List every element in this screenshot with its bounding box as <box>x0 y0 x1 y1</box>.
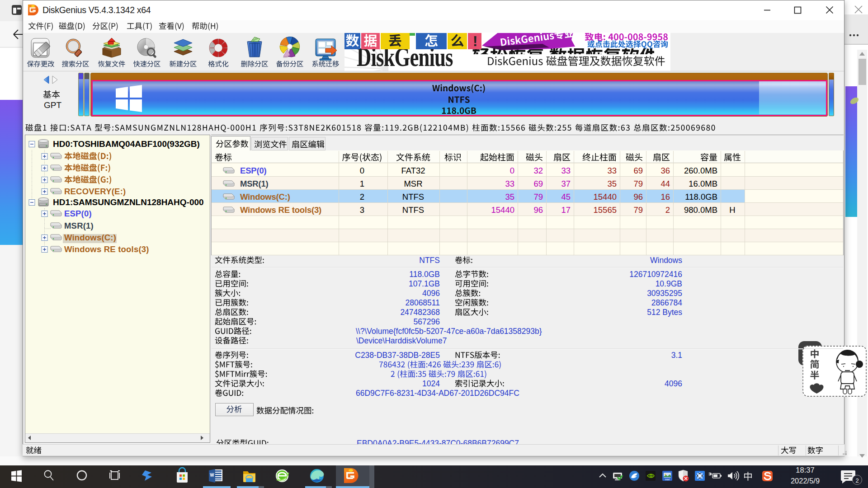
svg-text:33: 33 <box>561 166 571 175</box>
svg-text:!: ! <box>473 33 478 49</box>
svg-text:980.0MB: 980.0MB <box>684 205 717 215</box>
svg-text:\\?\Volume{fcf0fc5b-5207-47ce-: \\?\Volume{fcf0fc5b-5207-47ce-a60a-7da61… <box>356 327 542 336</box>
svg-text:16.0MB: 16.0MB <box>689 179 717 188</box>
svg-text:96: 96 <box>533 205 543 215</box>
svg-text:NTFS: NTFS <box>402 192 424 202</box>
svg-text:45: 45 <box>561 192 571 202</box>
svg-text:69: 69 <box>533 179 543 188</box>
svg-text:66D9C7F6-8231-4D34-AD67-201D26: 66D9C7F6-8231-4D34-AD67-201D26DC94FC <box>356 389 519 398</box>
svg-text:intel: intel <box>665 478 670 481</box>
svg-text:35: 35 <box>505 192 514 202</box>
svg-text:18:37: 18:37 <box>796 466 814 474</box>
svg-text:MSR(1): MSR(1) <box>240 179 269 188</box>
svg-text:36: 36 <box>660 166 670 175</box>
svg-text:H: H <box>729 205 735 215</box>
svg-text:247482368: 247482368 <box>400 308 440 317</box>
svg-text:Windows: Windows <box>650 256 682 265</box>
svg-text:33: 33 <box>607 166 617 175</box>
svg-text:16: 16 <box>660 192 670 202</box>
svg-text:NTFS: NTFS <box>419 256 440 265</box>
svg-text:Windows RE tools(3): Windows RE tools(3) <box>240 205 321 215</box>
svg-text:FAT32: FAT32 <box>401 166 425 175</box>
svg-text:4096: 4096 <box>422 289 440 298</box>
svg-text:37: 37 <box>561 179 571 188</box>
svg-text:1024: 1024 <box>422 379 440 388</box>
svg-text:EBD0A0A2-B9E5-4433-87C0-68B6B7: EBD0A0A2-B9E5-4433-87C0-68B6B72699C7 <box>357 439 519 448</box>
svg-text:79: 79 <box>533 192 543 202</box>
svg-text:MSR: MSR <box>404 179 422 188</box>
svg-text:2022/5/9: 2022/5/9 <box>791 477 820 485</box>
svg-text:3.1: 3.1 <box>671 351 682 360</box>
svg-text:32: 32 <box>533 166 543 175</box>
svg-text:Windows(C:): Windows(C:) <box>240 192 290 202</box>
svg-text:\Device\HarddiskVolume7: \Device\HarddiskVolume7 <box>356 336 447 345</box>
svg-text:ESP(0): ESP(0) <box>64 209 92 218</box>
svg-text:ESP(0): ESP(0) <box>240 166 266 175</box>
svg-text:GPT: GPT <box>44 100 61 110</box>
svg-text:10.9GB: 10.9GB <box>656 279 682 288</box>
svg-text:17: 17 <box>561 205 571 215</box>
svg-text:2: 2 <box>360 192 364 202</box>
svg-text:2: 2 <box>665 205 670 215</box>
svg-text:33: 33 <box>505 179 514 188</box>
svg-text:512 Bytes: 512 Bytes <box>647 308 682 317</box>
svg-text:79: 79 <box>633 179 643 188</box>
svg-text:0: 0 <box>510 166 514 175</box>
svg-text:RECOVERY(E:): RECOVERY(E:) <box>64 187 126 196</box>
svg-text:260.0MB: 260.0MB <box>684 166 717 175</box>
svg-text:107.1GB: 107.1GB <box>409 279 440 288</box>
svg-text:44: 44 <box>660 179 670 188</box>
svg-text:118.0GB: 118.0GB <box>685 192 717 202</box>
svg-text:69: 69 <box>633 166 643 175</box>
svg-text:4096: 4096 <box>665 379 682 388</box>
svg-text:3: 3 <box>360 205 364 215</box>
svg-text:Windows(C:): Windows(C:) <box>64 233 116 242</box>
svg-text:C238-DB37-38DB-28E5: C238-DB37-38DB-28E5 <box>355 351 440 360</box>
svg-text:HD1:SAMSUNGMZNLN128HAHQ-000: HD1:SAMSUNGMZNLN128HAHQ-000 <box>53 197 204 207</box>
svg-text:118.0GB: 118.0GB <box>409 270 440 279</box>
svg-text:35: 35 <box>607 179 617 188</box>
svg-text:15440: 15440 <box>491 205 514 215</box>
svg-text:567296: 567296 <box>414 317 440 326</box>
svg-text:DiskGenius V5.4.3.1342 x64: DiskGenius V5.4.3.1342 x64 <box>42 5 151 15</box>
svg-text:1: 1 <box>360 179 364 188</box>
svg-text:30935295: 30935295 <box>647 289 682 298</box>
svg-text:0: 0 <box>360 166 364 175</box>
svg-text:28068511: 28068511 <box>405 298 440 307</box>
svg-text:79: 79 <box>633 205 643 215</box>
svg-text:96: 96 <box>633 192 643 202</box>
svg-text:NTFS: NTFS <box>402 205 424 215</box>
svg-text:MSR(1): MSR(1) <box>64 221 94 230</box>
svg-text:2866784: 2866784 <box>651 298 682 307</box>
svg-text:HD0:TOSHIBAMQ04ABF100(932GB): HD0:TOSHIBAMQ04ABF100(932GB) <box>53 139 200 149</box>
svg-text:126710972416: 126710972416 <box>629 270 682 279</box>
svg-text:15565: 15565 <box>594 205 617 215</box>
svg-text:15440: 15440 <box>594 192 617 202</box>
svg-text:2: 2 <box>855 477 859 484</box>
svg-text:Windows RE tools(3): Windows RE tools(3) <box>64 244 149 254</box>
